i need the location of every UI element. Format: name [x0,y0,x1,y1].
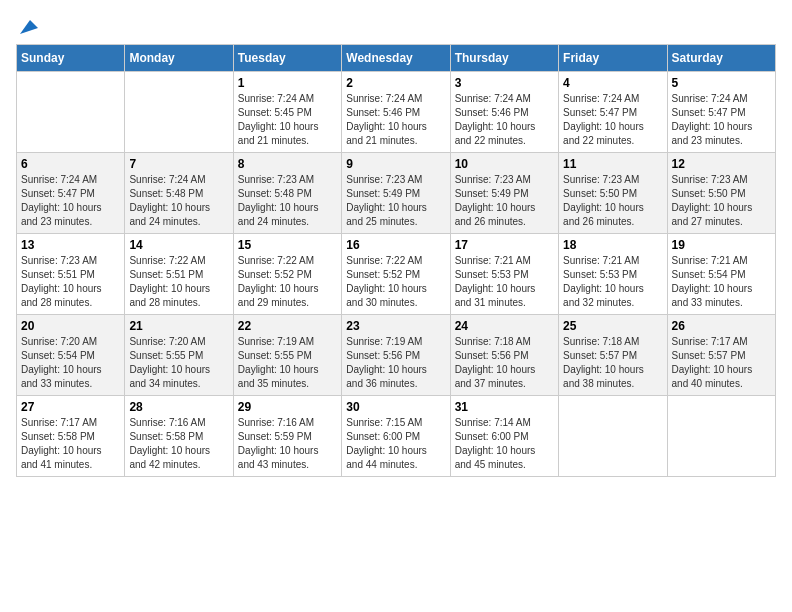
calendar-cell: 25 Sunrise: 7:18 AMSunset: 5:57 PMDaylig… [559,315,667,396]
day-number: 7 [129,157,228,171]
day-number: 30 [346,400,445,414]
day-info: Sunrise: 7:14 AMSunset: 6:00 PMDaylight:… [455,417,536,470]
calendar-week-2: 6 Sunrise: 7:24 AMSunset: 5:47 PMDayligh… [17,153,776,234]
day-number: 13 [21,238,120,252]
calendar-cell: 27 Sunrise: 7:17 AMSunset: 5:58 PMDaylig… [17,396,125,477]
calendar-cell: 5 Sunrise: 7:24 AMSunset: 5:47 PMDayligh… [667,72,775,153]
day-number: 5 [672,76,771,90]
logo-icon [16,16,38,38]
calendar-week-4: 20 Sunrise: 7:20 AMSunset: 5:54 PMDaylig… [17,315,776,396]
calendar-cell: 24 Sunrise: 7:18 AMSunset: 5:56 PMDaylig… [450,315,558,396]
day-info: Sunrise: 7:17 AMSunset: 5:58 PMDaylight:… [21,417,102,470]
calendar-cell: 22 Sunrise: 7:19 AMSunset: 5:55 PMDaylig… [233,315,341,396]
day-info: Sunrise: 7:24 AMSunset: 5:46 PMDaylight:… [346,93,427,146]
logo [16,16,42,38]
day-number: 26 [672,319,771,333]
calendar-cell [559,396,667,477]
calendar-cell: 31 Sunrise: 7:14 AMSunset: 6:00 PMDaylig… [450,396,558,477]
day-number: 16 [346,238,445,252]
day-info: Sunrise: 7:24 AMSunset: 5:45 PMDaylight:… [238,93,319,146]
calendar-cell: 16 Sunrise: 7:22 AMSunset: 5:52 PMDaylig… [342,234,450,315]
calendar-cell: 8 Sunrise: 7:23 AMSunset: 5:48 PMDayligh… [233,153,341,234]
day-info: Sunrise: 7:23 AMSunset: 5:49 PMDaylight:… [455,174,536,227]
day-info: Sunrise: 7:20 AMSunset: 5:55 PMDaylight:… [129,336,210,389]
calendar-cell [667,396,775,477]
calendar-cell: 1 Sunrise: 7:24 AMSunset: 5:45 PMDayligh… [233,72,341,153]
day-info: Sunrise: 7:16 AMSunset: 5:59 PMDaylight:… [238,417,319,470]
day-info: Sunrise: 7:18 AMSunset: 5:57 PMDaylight:… [563,336,644,389]
day-number: 6 [21,157,120,171]
day-info: Sunrise: 7:22 AMSunset: 5:52 PMDaylight:… [238,255,319,308]
day-number: 28 [129,400,228,414]
calendar-header-row: SundayMondayTuesdayWednesdayThursdayFrid… [17,45,776,72]
calendar-cell: 6 Sunrise: 7:24 AMSunset: 5:47 PMDayligh… [17,153,125,234]
calendar-cell: 4 Sunrise: 7:24 AMSunset: 5:47 PMDayligh… [559,72,667,153]
day-info: Sunrise: 7:22 AMSunset: 5:51 PMDaylight:… [129,255,210,308]
day-number: 22 [238,319,337,333]
day-number: 23 [346,319,445,333]
day-info: Sunrise: 7:19 AMSunset: 5:56 PMDaylight:… [346,336,427,389]
calendar-cell: 13 Sunrise: 7:23 AMSunset: 5:51 PMDaylig… [17,234,125,315]
page-header [16,16,776,38]
day-info: Sunrise: 7:19 AMSunset: 5:55 PMDaylight:… [238,336,319,389]
calendar-cell: 14 Sunrise: 7:22 AMSunset: 5:51 PMDaylig… [125,234,233,315]
day-number: 1 [238,76,337,90]
day-number: 4 [563,76,662,90]
day-info: Sunrise: 7:23 AMSunset: 5:50 PMDaylight:… [672,174,753,227]
day-info: Sunrise: 7:24 AMSunset: 5:47 PMDaylight:… [21,174,102,227]
day-info: Sunrise: 7:23 AMSunset: 5:50 PMDaylight:… [563,174,644,227]
calendar-cell: 20 Sunrise: 7:20 AMSunset: 5:54 PMDaylig… [17,315,125,396]
header-tuesday: Tuesday [233,45,341,72]
day-info: Sunrise: 7:24 AMSunset: 5:47 PMDaylight:… [672,93,753,146]
day-info: Sunrise: 7:21 AMSunset: 5:53 PMDaylight:… [455,255,536,308]
calendar-cell: 11 Sunrise: 7:23 AMSunset: 5:50 PMDaylig… [559,153,667,234]
calendar-week-1: 1 Sunrise: 7:24 AMSunset: 5:45 PMDayligh… [17,72,776,153]
day-info: Sunrise: 7:24 AMSunset: 5:48 PMDaylight:… [129,174,210,227]
day-info: Sunrise: 7:24 AMSunset: 5:46 PMDaylight:… [455,93,536,146]
calendar-cell: 19 Sunrise: 7:21 AMSunset: 5:54 PMDaylig… [667,234,775,315]
calendar-week-3: 13 Sunrise: 7:23 AMSunset: 5:51 PMDaylig… [17,234,776,315]
day-info: Sunrise: 7:17 AMSunset: 5:57 PMDaylight:… [672,336,753,389]
calendar-cell: 18 Sunrise: 7:21 AMSunset: 5:53 PMDaylig… [559,234,667,315]
day-number: 3 [455,76,554,90]
day-number: 21 [129,319,228,333]
calendar-cell: 29 Sunrise: 7:16 AMSunset: 5:59 PMDaylig… [233,396,341,477]
calendar-cell [125,72,233,153]
header-friday: Friday [559,45,667,72]
calendar-cell: 9 Sunrise: 7:23 AMSunset: 5:49 PMDayligh… [342,153,450,234]
calendar-cell: 3 Sunrise: 7:24 AMSunset: 5:46 PMDayligh… [450,72,558,153]
calendar-cell: 28 Sunrise: 7:16 AMSunset: 5:58 PMDaylig… [125,396,233,477]
calendar-cell: 15 Sunrise: 7:22 AMSunset: 5:52 PMDaylig… [233,234,341,315]
day-info: Sunrise: 7:16 AMSunset: 5:58 PMDaylight:… [129,417,210,470]
day-info: Sunrise: 7:23 AMSunset: 5:49 PMDaylight:… [346,174,427,227]
header-saturday: Saturday [667,45,775,72]
day-info: Sunrise: 7:21 AMSunset: 5:54 PMDaylight:… [672,255,753,308]
day-info: Sunrise: 7:22 AMSunset: 5:52 PMDaylight:… [346,255,427,308]
day-number: 20 [21,319,120,333]
day-info: Sunrise: 7:23 AMSunset: 5:51 PMDaylight:… [21,255,102,308]
day-number: 31 [455,400,554,414]
day-info: Sunrise: 7:18 AMSunset: 5:56 PMDaylight:… [455,336,536,389]
day-info: Sunrise: 7:20 AMSunset: 5:54 PMDaylight:… [21,336,102,389]
calendar-cell: 30 Sunrise: 7:15 AMSunset: 6:00 PMDaylig… [342,396,450,477]
day-info: Sunrise: 7:24 AMSunset: 5:47 PMDaylight:… [563,93,644,146]
calendar-cell: 26 Sunrise: 7:17 AMSunset: 5:57 PMDaylig… [667,315,775,396]
day-number: 25 [563,319,662,333]
day-number: 15 [238,238,337,252]
calendar-cell: 2 Sunrise: 7:24 AMSunset: 5:46 PMDayligh… [342,72,450,153]
day-number: 11 [563,157,662,171]
calendar-cell: 12 Sunrise: 7:23 AMSunset: 5:50 PMDaylig… [667,153,775,234]
calendar-cell: 23 Sunrise: 7:19 AMSunset: 5:56 PMDaylig… [342,315,450,396]
calendar-cell: 7 Sunrise: 7:24 AMSunset: 5:48 PMDayligh… [125,153,233,234]
day-number: 27 [21,400,120,414]
header-monday: Monday [125,45,233,72]
calendar-cell: 17 Sunrise: 7:21 AMSunset: 5:53 PMDaylig… [450,234,558,315]
calendar-cell [17,72,125,153]
day-number: 18 [563,238,662,252]
day-number: 29 [238,400,337,414]
day-number: 17 [455,238,554,252]
day-number: 9 [346,157,445,171]
header-sunday: Sunday [17,45,125,72]
day-number: 19 [672,238,771,252]
calendar-week-5: 27 Sunrise: 7:17 AMSunset: 5:58 PMDaylig… [17,396,776,477]
